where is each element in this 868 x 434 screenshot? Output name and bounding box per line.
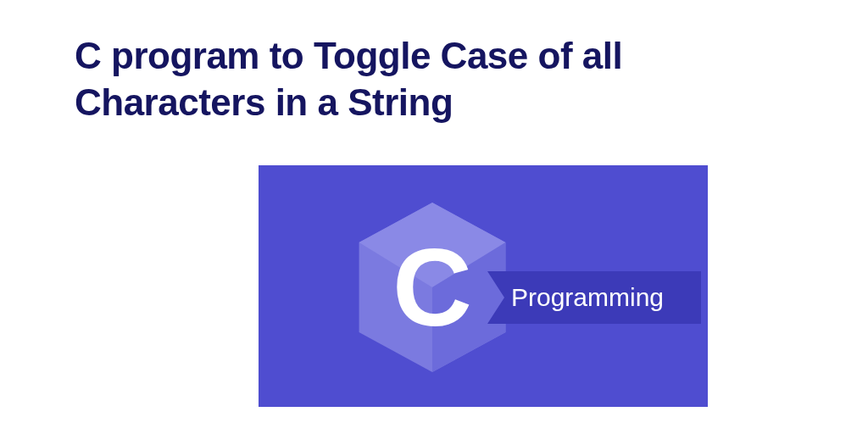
banner-label: Programming [511,283,664,312]
c-programming-logo: C Programming [259,165,708,407]
programming-banner: Programming [487,271,701,324]
page-title: C program to Toggle Case of all Characte… [75,32,793,125]
c-letter-icon: C [392,232,472,342]
hexagon-shape: C [356,199,509,376]
